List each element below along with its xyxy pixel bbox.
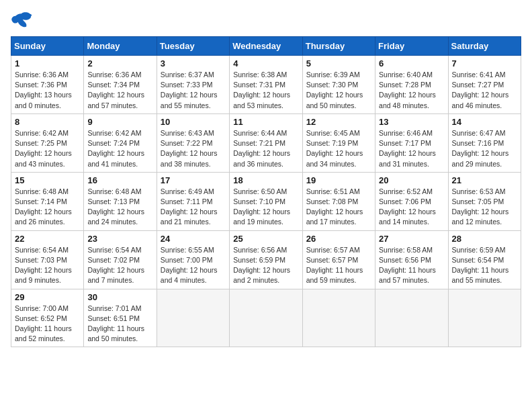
day-number: 2 xyxy=(87,58,152,68)
day-info: Sunrise: 6:49 AM Sunset: 7:11 PM Dayligh… xyxy=(161,187,226,228)
calendar-cell xyxy=(375,289,448,347)
day-info: Sunrise: 6:37 AM Sunset: 7:33 PM Dayligh… xyxy=(161,70,226,111)
day-info: Sunrise: 7:00 AM Sunset: 6:52 PM Dayligh… xyxy=(15,304,80,345)
day-number: 6 xyxy=(379,58,444,68)
day-number: 23 xyxy=(87,234,152,244)
day-number: 18 xyxy=(233,175,298,185)
day-info: Sunrise: 6:53 AM Sunset: 7:05 PM Dayligh… xyxy=(452,187,517,228)
calendar-body: 1Sunrise: 6:36 AM Sunset: 7:36 PM Daylig… xyxy=(11,56,521,347)
calendar-cell: 5Sunrise: 6:39 AM Sunset: 7:30 PM Daylig… xyxy=(302,56,375,114)
calendar-cell: 17Sunrise: 6:49 AM Sunset: 7:11 PM Dayli… xyxy=(157,172,229,230)
calendar-week-row: 1Sunrise: 6:36 AM Sunset: 7:36 PM Daylig… xyxy=(11,56,521,114)
day-info: Sunrise: 6:38 AM Sunset: 7:31 PM Dayligh… xyxy=(233,70,298,111)
calendar-cell: 29Sunrise: 7:00 AM Sunset: 6:52 PM Dayli… xyxy=(11,289,84,347)
calendar-cell: 21Sunrise: 6:53 AM Sunset: 7:05 PM Dayli… xyxy=(448,172,521,230)
calendar-cell xyxy=(157,289,229,347)
logo-icon xyxy=(11,11,32,30)
day-number: 21 xyxy=(452,175,517,185)
day-number: 1 xyxy=(15,58,80,68)
day-info: Sunrise: 6:50 AM Sunset: 7:10 PM Dayligh… xyxy=(233,187,298,228)
day-info: Sunrise: 6:40 AM Sunset: 7:28 PM Dayligh… xyxy=(379,70,444,111)
day-info: Sunrise: 6:55 AM Sunset: 7:00 PM Dayligh… xyxy=(161,245,226,286)
calendar-cell: 10Sunrise: 6:43 AM Sunset: 7:22 PM Dayli… xyxy=(157,113,229,172)
day-info: Sunrise: 6:45 AM Sunset: 7:19 PM Dayligh… xyxy=(306,128,371,169)
logo xyxy=(11,11,35,30)
calendar-cell: 30Sunrise: 7:01 AM Sunset: 6:51 PM Dayli… xyxy=(84,289,157,347)
calendar-cell: 25Sunrise: 6:56 AM Sunset: 6:59 PM Dayli… xyxy=(230,230,302,289)
day-number: 10 xyxy=(161,117,226,127)
calendar-week-row: 15Sunrise: 6:48 AM Sunset: 7:14 PM Dayli… xyxy=(11,172,521,230)
day-info: Sunrise: 6:44 AM Sunset: 7:21 PM Dayligh… xyxy=(233,128,298,169)
day-number: 12 xyxy=(306,117,371,127)
calendar-cell: 4Sunrise: 6:38 AM Sunset: 7:31 PM Daylig… xyxy=(230,56,302,114)
day-info: Sunrise: 6:42 AM Sunset: 7:24 PM Dayligh… xyxy=(87,128,152,169)
day-info: Sunrise: 6:52 AM Sunset: 7:06 PM Dayligh… xyxy=(379,187,444,228)
day-number: 26 xyxy=(306,234,371,244)
day-info: Sunrise: 6:42 AM Sunset: 7:25 PM Dayligh… xyxy=(15,128,80,169)
day-info: Sunrise: 6:43 AM Sunset: 7:22 PM Dayligh… xyxy=(161,128,226,169)
day-number: 27 xyxy=(379,234,444,244)
day-info: Sunrise: 6:51 AM Sunset: 7:08 PM Dayligh… xyxy=(306,187,371,228)
calendar-cell xyxy=(302,289,375,347)
calendar-cell: 24Sunrise: 6:55 AM Sunset: 7:00 PM Dayli… xyxy=(157,230,229,289)
calendar-week-row: 8Sunrise: 6:42 AM Sunset: 7:25 PM Daylig… xyxy=(11,113,521,172)
calendar-cell: 13Sunrise: 6:46 AM Sunset: 7:17 PM Dayli… xyxy=(375,113,448,172)
day-info: Sunrise: 6:48 AM Sunset: 7:13 PM Dayligh… xyxy=(87,187,152,228)
day-number: 11 xyxy=(233,117,298,127)
weekday-header-cell: Tuesday xyxy=(157,37,229,56)
calendar-cell: 19Sunrise: 6:51 AM Sunset: 7:08 PM Dayli… xyxy=(302,172,375,230)
day-number: 17 xyxy=(161,175,226,185)
calendar-cell: 12Sunrise: 6:45 AM Sunset: 7:19 PM Dayli… xyxy=(302,113,375,172)
calendar-cell: 1Sunrise: 6:36 AM Sunset: 7:36 PM Daylig… xyxy=(11,56,84,114)
calendar-cell: 20Sunrise: 6:52 AM Sunset: 7:06 PM Dayli… xyxy=(375,172,448,230)
calendar-cell: 28Sunrise: 6:59 AM Sunset: 6:54 PM Dayli… xyxy=(448,230,521,289)
calendar-cell: 3Sunrise: 6:37 AM Sunset: 7:33 PM Daylig… xyxy=(157,56,229,114)
calendar-cell: 22Sunrise: 6:54 AM Sunset: 7:03 PM Dayli… xyxy=(11,230,84,289)
day-number: 19 xyxy=(306,175,371,185)
calendar-cell: 7Sunrise: 6:41 AM Sunset: 7:27 PM Daylig… xyxy=(448,56,521,114)
day-number: 14 xyxy=(452,117,517,127)
day-number: 15 xyxy=(15,175,80,185)
day-number: 20 xyxy=(379,175,444,185)
day-number: 24 xyxy=(161,234,226,244)
day-number: 8 xyxy=(15,117,80,127)
calendar-cell: 26Sunrise: 6:57 AM Sunset: 6:57 PM Dayli… xyxy=(302,230,375,289)
calendar-cell xyxy=(230,289,302,347)
day-info: Sunrise: 6:48 AM Sunset: 7:14 PM Dayligh… xyxy=(15,187,80,228)
day-number: 30 xyxy=(87,292,152,302)
day-info: Sunrise: 6:41 AM Sunset: 7:27 PM Dayligh… xyxy=(452,70,517,111)
day-info: Sunrise: 6:36 AM Sunset: 7:36 PM Dayligh… xyxy=(15,70,80,111)
day-number: 22 xyxy=(15,234,80,244)
weekday-header-cell: Sunday xyxy=(11,37,84,56)
calendar-cell: 27Sunrise: 6:58 AM Sunset: 6:56 PM Dayli… xyxy=(375,230,448,289)
day-number: 28 xyxy=(452,234,517,244)
day-number: 13 xyxy=(379,117,444,127)
day-info: Sunrise: 6:58 AM Sunset: 6:56 PM Dayligh… xyxy=(379,245,444,286)
day-info: Sunrise: 6:54 AM Sunset: 7:03 PM Dayligh… xyxy=(15,245,80,286)
day-number: 9 xyxy=(87,117,152,127)
day-number: 3 xyxy=(161,58,226,68)
day-info: Sunrise: 6:46 AM Sunset: 7:17 PM Dayligh… xyxy=(379,128,444,169)
day-number: 16 xyxy=(87,175,152,185)
calendar-week-row: 29Sunrise: 7:00 AM Sunset: 6:52 PM Dayli… xyxy=(11,289,521,347)
day-number: 4 xyxy=(233,58,298,68)
day-number: 25 xyxy=(233,234,298,244)
calendar-cell: 14Sunrise: 6:47 AM Sunset: 7:16 PM Dayli… xyxy=(448,113,521,172)
calendar-cell xyxy=(448,289,521,347)
weekday-header-cell: Thursday xyxy=(302,37,375,56)
calendar-cell: 8Sunrise: 6:42 AM Sunset: 7:25 PM Daylig… xyxy=(11,113,84,172)
calendar-table: SundayMondayTuesdayWednesdayThursdayFrid… xyxy=(11,36,521,347)
calendar-cell: 15Sunrise: 6:48 AM Sunset: 7:14 PM Dayli… xyxy=(11,172,84,230)
day-number: 29 xyxy=(15,292,80,302)
weekday-header-cell: Wednesday xyxy=(230,37,302,56)
day-info: Sunrise: 6:57 AM Sunset: 6:57 PM Dayligh… xyxy=(306,245,371,286)
day-info: Sunrise: 6:54 AM Sunset: 7:02 PM Dayligh… xyxy=(87,245,152,286)
day-info: Sunrise: 7:01 AM Sunset: 6:51 PM Dayligh… xyxy=(87,304,152,345)
day-info: Sunrise: 6:59 AM Sunset: 6:54 PM Dayligh… xyxy=(452,245,517,286)
day-number: 5 xyxy=(306,58,371,68)
calendar-cell: 18Sunrise: 6:50 AM Sunset: 7:10 PM Dayli… xyxy=(230,172,302,230)
weekday-header-cell: Saturday xyxy=(448,37,521,56)
day-info: Sunrise: 6:36 AM Sunset: 7:34 PM Dayligh… xyxy=(87,70,152,111)
day-number: 7 xyxy=(452,58,517,68)
calendar-cell: 23Sunrise: 6:54 AM Sunset: 7:02 PM Dayli… xyxy=(84,230,157,289)
